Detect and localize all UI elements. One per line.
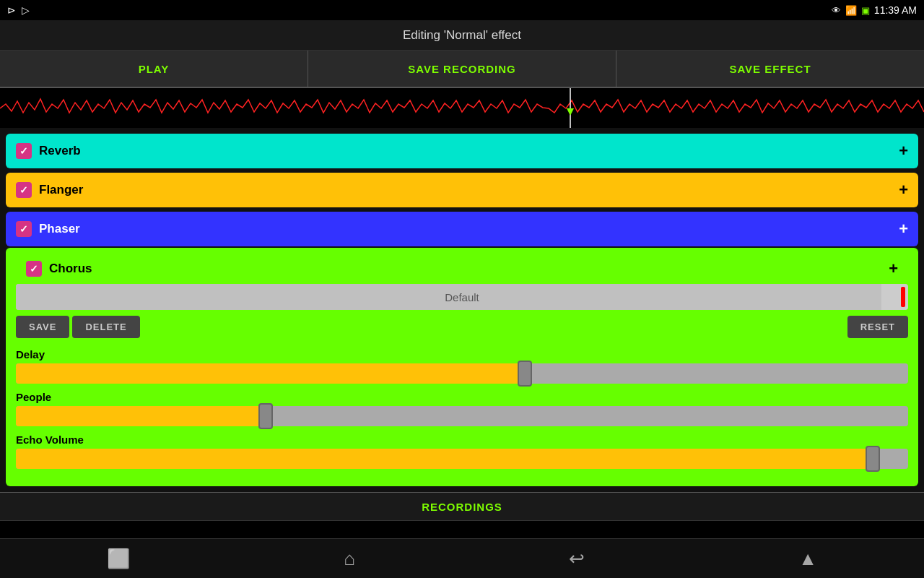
phaser-left: ✓ Phaser — [16, 221, 80, 237]
people-slider-group: People — [16, 391, 908, 426]
flanger-label: Flanger — [39, 183, 83, 197]
chorus-label: Chorus — [49, 262, 92, 276]
chorus-panel: ✓ Chorus + Default SAVE DELETE RESET Del… — [6, 248, 918, 486]
delete-preset-button[interactable]: DELETE — [72, 316, 139, 338]
save-preset-button[interactable]: SAVE — [16, 316, 69, 338]
page-title: Editing 'Normal' effect — [403, 28, 521, 43]
action-buttons: SAVE DELETE RESET — [16, 316, 908, 338]
flanger-row[interactable]: ✓ Flanger + — [6, 173, 918, 207]
people-track[interactable] — [16, 406, 908, 426]
reverb-expand[interactable]: + — [899, 142, 908, 160]
chorus-checkbox[interactable]: ✓ — [26, 261, 42, 277]
delay-thumb[interactable] — [518, 361, 532, 387]
eye-icon: 👁 — [832, 5, 841, 16]
echo-volume-slider-group: Echo Volume — [16, 434, 908, 469]
recordings-label: RECORDINGS — [422, 501, 502, 513]
reset-button[interactable]: RESET — [847, 316, 908, 338]
phaser-expand[interactable]: + — [899, 220, 908, 238]
recordings-bar[interactable]: RECORDINGS — [0, 492, 924, 521]
up-icon: ▲ — [798, 548, 817, 570]
phaser-row[interactable]: ✓ Phaser + — [6, 212, 918, 246]
phaser-checkbox[interactable]: ✓ — [16, 221, 32, 237]
bottom-nav: ⬜ ⌂ ↩ ▲ — [0, 538, 924, 578]
home-button[interactable]: ⌂ — [344, 548, 355, 570]
echo-volume-label: Echo Volume — [16, 434, 908, 446]
back-button[interactable]: ↩ — [569, 548, 585, 570]
wifi-icon: 📶 — [845, 5, 857, 16]
save-effect-button[interactable]: SAVE EFFECT — [616, 51, 924, 87]
echo-volume-track[interactable] — [16, 449, 908, 469]
echo-volume-fill — [16, 449, 873, 469]
phaser-label: Phaser — [39, 222, 80, 236]
delay-label: Delay — [16, 348, 908, 361]
chorus-left: ✓ Chorus — [26, 261, 92, 277]
status-left-icons: ⊳ ▷ — [7, 4, 30, 16]
play-button[interactable]: PLAY — [0, 51, 308, 87]
reverb-left: ✓ Reverb — [16, 143, 81, 159]
recents-button[interactable]: ⬜ — [107, 548, 130, 570]
status-right-icons: 👁 📶 ▣ 11:39 AM — [832, 4, 917, 16]
delay-track[interactable] — [16, 363, 908, 384]
delay-fill — [16, 363, 525, 384]
preset-bar[interactable]: Default — [16, 284, 908, 310]
recents-icon: ⬜ — [107, 548, 130, 570]
chorus-header-row[interactable]: ✓ Chorus + — [16, 254, 908, 284]
waveform-area — [0, 88, 924, 128]
back-icon: ↩ — [569, 548, 585, 570]
flanger-expand[interactable]: + — [899, 181, 908, 199]
effects-area: ✓ Reverb + ✓ Flanger + ✓ Phaser + ✓ Chor… — [0, 128, 924, 492]
preset-label: Default — [16, 291, 908, 303]
title-bar: Editing 'Normal' effect — [0, 20, 924, 51]
chorus-expand[interactable]: + — [889, 259, 898, 278]
echo-volume-thumb[interactable] — [866, 446, 880, 472]
people-thumb[interactable] — [258, 403, 273, 429]
reverb-checkbox[interactable]: ✓ — [16, 143, 32, 159]
top-buttons-row: PLAY SAVE RECORDING SAVE EFFECT — [0, 51, 924, 88]
delay-slider-group: Delay — [16, 348, 908, 384]
status-bar: ⊳ ▷ 👁 📶 ▣ 11:39 AM — [0, 0, 924, 20]
save-recording-button[interactable]: SAVE RECORDING — [308, 51, 616, 87]
nav-icon-2: ▷ — [22, 4, 30, 16]
flanger-left: ✓ Flanger — [16, 182, 83, 198]
people-fill — [16, 406, 266, 426]
battery-icon: ▣ — [861, 5, 870, 16]
waveform-svg — [0, 88, 924, 128]
svg-rect-0 — [0, 88, 924, 128]
clock: 11:39 AM — [874, 4, 917, 16]
reverb-label: Reverb — [39, 144, 81, 158]
flanger-checkbox[interactable]: ✓ — [16, 182, 32, 198]
nav-icon-1: ⊳ — [7, 4, 16, 16]
home-icon: ⌂ — [344, 548, 355, 570]
people-label: People — [16, 391, 908, 403]
reverb-row[interactable]: ✓ Reverb + — [6, 134, 918, 168]
up-button[interactable]: ▲ — [798, 548, 817, 570]
